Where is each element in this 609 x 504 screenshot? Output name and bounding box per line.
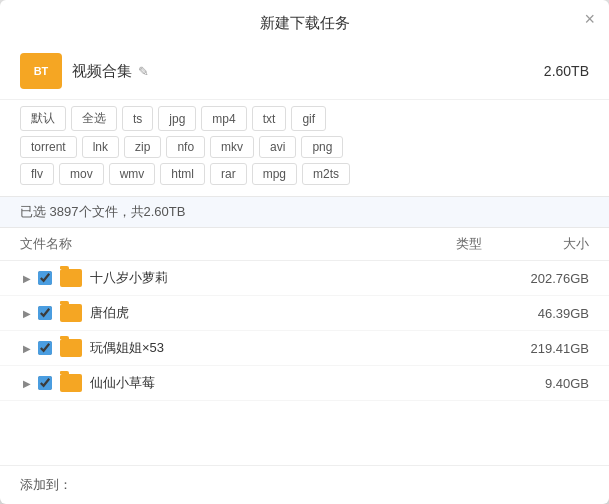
torrent-total-size: 2.60TB <box>544 63 589 79</box>
file-table: 文件名称 类型 大小 ▶ 十八岁小萝莉 202.76GB ▶ 唐伯虎 46.39… <box>0 228 609 465</box>
filter-wmv[interactable]: wmv <box>109 163 156 185</box>
filter-gif[interactable]: gif <box>291 106 326 131</box>
filter-select-all[interactable]: 全选 <box>71 106 117 131</box>
file-size: 46.39GB <box>499 306 589 321</box>
filter-mov[interactable]: mov <box>59 163 104 185</box>
edit-name-icon[interactable]: ✎ <box>138 64 149 79</box>
filter-html[interactable]: html <box>160 163 205 185</box>
close-button[interactable]: × <box>584 10 595 28</box>
table-row: ▶ 仙仙小草莓 9.40GB <box>0 366 609 401</box>
filter-default[interactable]: 默认 <box>20 106 66 131</box>
filter-ts[interactable]: ts <box>122 106 153 131</box>
filter-mkv[interactable]: mkv <box>210 136 254 158</box>
expand-icon[interactable]: ▶ <box>20 271 34 285</box>
folder-icon <box>60 339 82 357</box>
filter-row-2: torrent lnk zip nfo mkv avi png <box>20 136 589 158</box>
row-checkbox[interactable] <box>38 376 52 390</box>
filter-area: 默认 全选 ts jpg mp4 txt gif torrent lnk zip… <box>0 99 609 196</box>
folder-icon <box>60 374 82 392</box>
expand-icon[interactable]: ▶ <box>20 306 34 320</box>
row-checkbox[interactable] <box>38 271 52 285</box>
file-name: 仙仙小草莓 <box>90 374 439 392</box>
file-name: 唐伯虎 <box>90 304 439 322</box>
expand-icon[interactable]: ▶ <box>20 376 34 390</box>
filter-torrent[interactable]: torrent <box>20 136 77 158</box>
filter-jpg[interactable]: jpg <box>158 106 196 131</box>
torrent-icon: BT <box>20 53 62 89</box>
filter-flv[interactable]: flv <box>20 163 54 185</box>
torrent-name-text: 视频合集 <box>72 62 132 81</box>
filter-row-1: 默认 全选 ts jpg mp4 txt gif <box>20 106 589 131</box>
add-to-section: 添加到： <box>0 465 609 504</box>
file-size: 202.76GB <box>499 271 589 286</box>
filter-mpg[interactable]: mpg <box>252 163 297 185</box>
filter-m2ts[interactable]: m2ts <box>302 163 350 185</box>
table-row: ▶ 唐伯虎 46.39GB <box>0 296 609 331</box>
expand-icon[interactable]: ▶ <box>20 341 34 355</box>
table-header: 文件名称 类型 大小 <box>0 228 609 261</box>
file-size: 219.41GB <box>499 341 589 356</box>
table-row: ▶ 玩偶姐姐×53 219.41GB <box>0 331 609 366</box>
header-type: 类型 <box>439 235 499 253</box>
file-name: 玩偶姐姐×53 <box>90 339 439 357</box>
filter-txt[interactable]: txt <box>252 106 287 131</box>
filter-png[interactable]: png <box>301 136 343 158</box>
folder-icon <box>60 304 82 322</box>
selected-info: 已选 3897个文件，共2.60TB <box>0 196 609 228</box>
filter-mp4[interactable]: mp4 <box>201 106 246 131</box>
dialog-title: 新建下载任务 <box>0 0 609 43</box>
header-name: 文件名称 <box>20 235 439 253</box>
filter-nfo[interactable]: nfo <box>166 136 205 158</box>
file-name: 十八岁小萝莉 <box>90 269 439 287</box>
table-row: ▶ 十八岁小萝莉 202.76GB <box>0 261 609 296</box>
filter-avi[interactable]: avi <box>259 136 296 158</box>
filter-row-3: flv mov wmv html rar mpg m2ts <box>20 163 589 185</box>
filter-zip[interactable]: zip <box>124 136 161 158</box>
row-checkbox[interactable] <box>38 341 52 355</box>
folder-icon <box>60 269 82 287</box>
header-size: 大小 <box>499 235 589 253</box>
filter-rar[interactable]: rar <box>210 163 247 185</box>
torrent-info: BT 视频合集 ✎ 2.60TB <box>0 43 609 99</box>
row-checkbox[interactable] <box>38 306 52 320</box>
new-download-dialog: 新建下载任务 × BT 视频合集 ✎ 2.60TB 默认 全选 ts jpg m… <box>0 0 609 504</box>
filter-lnk[interactable]: lnk <box>82 136 119 158</box>
torrent-name-container: 视频合集 ✎ <box>72 62 149 81</box>
file-size: 9.40GB <box>499 376 589 391</box>
